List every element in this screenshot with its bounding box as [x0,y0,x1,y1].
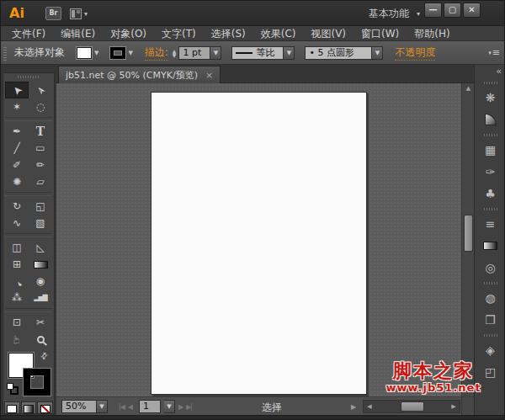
width-tool[interactable]: ∿ [5,215,29,231]
scroll-left-icon[interactable]: ◀ [364,401,375,412]
symbol-sprayer-tool[interactable]: ⁂ [5,290,29,306]
vertical-scrollbar-thumb[interactable] [464,215,473,252]
slice-tool[interactable]: ✂ [29,314,52,331]
expand-panels-icon[interactable]: « [475,65,505,78]
paintbrush-tool[interactable]: ✐ [5,157,29,173]
hand-tool[interactable]: ☞ [5,331,29,348]
brush-select[interactable]: • 5 点圆形 [305,46,372,60]
artboard[interactable] [151,92,367,395]
toolbar-separator[interactable] [5,233,52,237]
vertical-scrollbar[interactable]: ▲ ▼ [461,83,474,396]
width-profile-dropdown-button[interactable]: ▼ [284,46,295,60]
stroke-width-input[interactable]: 1 pt [178,46,210,60]
lasso-tool[interactable]: ◌ [29,98,52,115]
shape-builder-tool[interactable]: ◫ [5,239,29,256]
gradient-button[interactable] [21,401,37,414]
free-transform-tool[interactable]: ▧ [29,215,52,231]
dock-group-handle[interactable] [475,205,505,213]
menu-item[interactable]: 对象(O) [103,26,154,41]
dock-group-handle[interactable] [475,130,505,139]
document-tab[interactable]: jb51.net @ 50% (CMYK/预览) × [58,66,221,83]
menu-item[interactable]: 窗口(W) [354,26,407,41]
first-artboard-button[interactable]: |◀ [119,403,125,411]
rotate-tool[interactable]: ↻ [5,198,29,215]
menu-item[interactable]: 效果(C) [253,26,304,41]
rectangle-tool[interactable]: ▭ [29,140,52,157]
perspective-grid-tool[interactable]: ◺ [29,239,52,256]
minimize-button[interactable]: — [424,3,442,18]
control-panel-menu-icon[interactable]: ▾ ≡ [488,47,499,58]
scroll-right-icon[interactable]: ▶ [448,401,460,412]
maximize-button[interactable]: ▢ [444,3,461,18]
swap-fill-stroke-icon[interactable]: ⇄ [38,350,50,362]
menu-item[interactable]: 帮助(H) [407,26,457,41]
menu-item[interactable]: 文件(F) [4,26,53,41]
artboard-number-input[interactable]: 1 [139,400,161,413]
toolbar-separator[interactable] [5,308,52,312]
opacity-panel-link[interactable]: 不透明度 [395,45,435,61]
color-guide-icon[interactable] [475,109,505,130]
next-artboard-button[interactable]: ▶ [178,403,183,411]
gradient-panel-icon[interactable] [475,235,505,257]
toolbar-separator[interactable] [5,192,52,196]
dock-group-handle[interactable] [475,279,505,287]
pen-tool[interactable]: ✒ [5,123,29,140]
layers-panel-icon[interactable]: ◈ [475,339,505,361]
menu-item[interactable]: 选择(S) [204,26,253,41]
scroll-down-icon[interactable]: ▼ [462,385,475,396]
dock-group-handle[interactable] [475,331,505,339]
panel-drag-handle-icon[interactable] [18,76,40,78]
gradient-tool[interactable] [29,256,52,273]
scale-tool[interactable]: ◱ [29,198,52,215]
brush-dropdown-button[interactable]: ▼ [372,46,383,60]
arrange-documents-button[interactable]: ▾ [70,7,95,20]
color-panel-icon[interactable]: ❋ [475,87,505,109]
width-profile-select[interactable]: 等比 [231,46,284,60]
stroke-panel-icon[interactable]: ≡ [475,213,505,235]
brushes-panel-icon[interactable]: ✑ [475,161,505,183]
swatches-panel-icon[interactable]: ▦ [475,139,505,161]
close-button[interactable]: ✕ [463,3,481,18]
column-graph-tool[interactable]: ▂▅▇ [29,290,52,306]
symbols-panel-icon[interactable]: ♣ [475,183,505,205]
stroke-color-dropdown[interactable]: ▼ [110,47,132,59]
scroll-up-icon[interactable]: ▲ [462,83,475,94]
bridge-icon[interactable]: Br [45,7,61,20]
artboard-tool[interactable]: ⊡ [5,314,29,331]
panel-drag-handle-icon[interactable] [3,45,7,61]
blend-tool[interactable]: ◉ [29,273,52,290]
horizontal-scrollbar-thumb[interactable] [401,401,424,412]
transparency-panel-icon[interactable]: ◎ [475,257,505,279]
type-tool[interactable]: T [29,123,52,140]
selection-tool[interactable]: ➤ [5,82,29,98]
previous-artboard-button[interactable]: ◀ [128,403,132,411]
stroke-width-dropdown-button[interactable]: ▼ [210,46,221,60]
blob-brush-tool[interactable]: ✺ [5,173,29,190]
close-icon[interactable]: × [205,71,213,80]
eyedropper-tool[interactable]: ❜ [5,273,29,290]
artboards-panel-icon[interactable]: ◰ [475,361,505,383]
default-fill-stroke-icon[interactable] [7,383,15,391]
menu-item[interactable]: 文字(T) [154,26,204,41]
zoom-level-input[interactable]: 50% [61,400,97,413]
direct-selection-tool[interactable]: ➢ [29,82,52,98]
eraser-tool[interactable]: ▱ [29,173,52,190]
stroke-panel-link[interactable]: 描边: [145,45,168,61]
menu-item[interactable]: 视图(V) [303,26,354,41]
none-button[interactable] [37,401,53,414]
zoom-dropdown-button[interactable]: ▼ [97,400,108,413]
graphic-styles-panel-icon[interactable]: ❐ [475,309,505,331]
status-flyout-icon[interactable]: ▶ [351,403,356,411]
fill-color-dropdown[interactable]: ▼ [77,47,98,59]
canvas-pasteboard[interactable] [56,83,461,396]
color-button[interactable] [4,401,20,414]
last-artboard-button[interactable]: ▶| [186,403,192,411]
dock-group-handle[interactable] [475,78,505,87]
mesh-tool[interactable]: ⊞ [5,256,29,273]
appearance-panel-icon[interactable]: ◍ [475,287,505,309]
zoom-tool[interactable] [29,331,52,348]
magic-wand-tool[interactable]: ✶ [5,98,29,115]
horizontal-scrollbar[interactable]: ◀ ▶ [363,400,460,413]
stroke-width-stepper[interactable]: ▲ ▼ [173,49,177,57]
stepper-down-icon[interactable]: ▼ [173,53,177,57]
